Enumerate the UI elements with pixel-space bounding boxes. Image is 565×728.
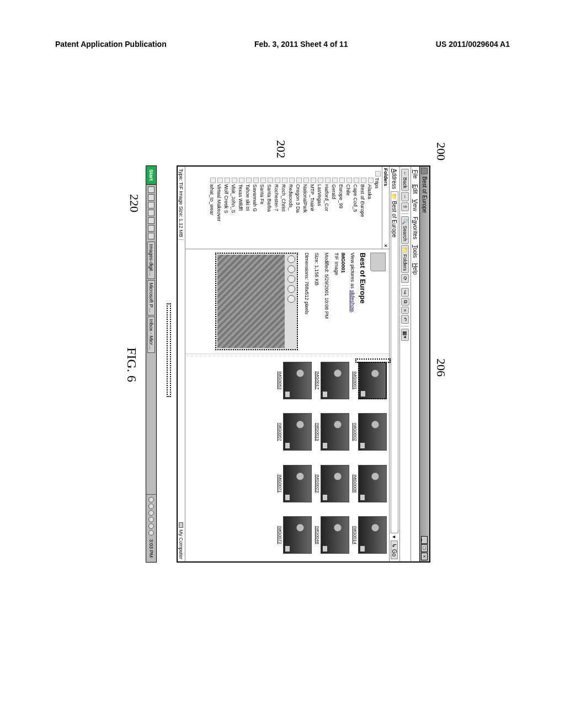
toolbar: ← Back → ⇧ 🔍 Search 📁 Folders ⟳ ↪ ⧉ × ↶ … (399, 167, 411, 561)
folder-tree[interactable]: TripsAlaskaBest of EuropeCape Cod_5Chile… (185, 167, 382, 249)
titlebar[interactable]: Best of Europe _ □ × (419, 167, 429, 561)
address-bar: Address ▾ ↳ Go (389, 167, 399, 561)
copy-button[interactable]: ⧉ (401, 298, 409, 306)
tree-item[interactable]: Visit_John_S (230, 170, 237, 248)
header-right: US 2011/0029604 A1 (436, 40, 510, 49)
max-button[interactable]: □ (422, 544, 428, 552)
ql-icon[interactable] (148, 202, 154, 208)
thumbnail[interactable]: IMG0017 (315, 356, 349, 405)
ql-icon[interactable] (148, 194, 154, 201)
thumbnail-grid[interactable]: IMG0001IMG0002IMG0008IMG0014IMG0017IMG00… (185, 354, 389, 561)
ql-icon[interactable] (148, 217, 154, 224)
start-label: Start (148, 169, 154, 181)
menu-help[interactable]: Help (412, 263, 418, 275)
tree-item[interactable]: Chile (345, 170, 352, 248)
tree-item[interactable]: Tahoe ski tri (244, 170, 252, 248)
tree-item[interactable]: Europe_99 (338, 170, 345, 248)
back-button[interactable]: ← Back (402, 169, 409, 191)
tree-item[interactable]: what_to_wear (209, 170, 216, 248)
tray-icon[interactable] (148, 497, 154, 502)
tray-icon[interactable] (148, 523, 154, 529)
menu-favorites[interactable]: Favorites (412, 217, 418, 239)
tree-item[interactable]: Wolf Creek S (223, 170, 230, 248)
menu-view[interactable]: View (412, 199, 418, 211)
quick-launch (148, 185, 154, 241)
thumb-label: IMG0053 (278, 356, 282, 405)
thumbnail[interactable]: IMG0053 (278, 356, 312, 405)
task-button[interactable]: Microsoft P… (147, 280, 155, 315)
close-button[interactable]: × (422, 553, 428, 560)
tree-item[interactable]: Redwoods_ (287, 170, 295, 248)
tree-item[interactable]: Santa Fe (259, 170, 266, 248)
dropdown-icon[interactable]: ▾ (392, 536, 398, 538)
tree-item[interactable]: Alaska (366, 170, 374, 248)
undo-button[interactable]: ↶ (402, 315, 409, 324)
folders-close[interactable]: × (383, 244, 388, 247)
min-button[interactable]: _ (422, 536, 428, 544)
rotate-icon[interactable] (287, 295, 295, 303)
thumbnail[interactable]: IMG0002 (353, 408, 387, 457)
thumb-label: IMG0017 (315, 356, 320, 405)
task-button[interactable]: Inbox - Micr… (147, 317, 155, 353)
tree-item[interactable]: Roch_Christ (280, 170, 287, 248)
tree-item[interactable]: Oregon 3 Da (295, 170, 302, 248)
start-button[interactable]: Start (146, 166, 156, 185)
go-button[interactable]: ↳ Go (391, 540, 398, 559)
thumbnail[interactable]: IMG0072 (278, 511, 312, 560)
menu-file[interactable]: FFileile (412, 170, 418, 179)
tree-item[interactable]: Virtual Makeover (216, 170, 223, 248)
history-button[interactable]: ⟳ (402, 274, 409, 283)
tree-item[interactable]: LasVegas (316, 170, 323, 248)
sel-name: IMG0001 (340, 253, 347, 350)
zoom-out-icon[interactable] (287, 265, 295, 273)
thumb-image (321, 465, 349, 502)
address-input[interactable] (391, 191, 398, 533)
fit-icon[interactable] (287, 275, 295, 283)
menu-tools[interactable]: Tools (412, 245, 418, 258)
tree-item[interactable]: NationalPark (302, 170, 309, 248)
ql-icon[interactable] (148, 233, 154, 239)
up-button[interactable]: ⇧ (402, 202, 409, 211)
thumbnail[interactable]: IMG0014 (353, 511, 387, 560)
ql-icon[interactable] (148, 210, 154, 216)
views-button[interactable]: ▦▾ (402, 329, 409, 341)
ql-icon[interactable] (148, 186, 154, 193)
tree-item[interactable]: MTP_Trainir (309, 170, 316, 248)
tree-item[interactable]: Texas Wildfl (237, 170, 244, 248)
tree-item[interactable]: Hatford_Cor (323, 170, 331, 248)
tree-item[interactable]: Rochester-7 (273, 170, 280, 248)
tree-item[interactable]: Gerald (331, 170, 338, 248)
sel-type: TIF Image (333, 253, 340, 350)
tray-icon[interactable] (148, 510, 154, 516)
thumbnail[interactable]: IMG0071 (278, 459, 312, 508)
thumbnail[interactable]: IMG0023 (315, 459, 349, 508)
folder-title: Best of Europe (359, 253, 367, 350)
folder-big-icon (370, 253, 386, 271)
ql-icon[interactable] (148, 225, 154, 232)
thumb-image (358, 465, 387, 502)
thumb-label: IMG0001 (353, 356, 358, 405)
tree-item[interactable]: Trips (374, 170, 381, 248)
tray-icon[interactable] (148, 530, 154, 536)
move-button[interactable]: ↪ (402, 288, 409, 297)
thumbnail[interactable]: IMG0001 (353, 356, 387, 405)
tree-item[interactable]: Santa Barba (266, 170, 273, 248)
delete-button[interactable]: × (402, 307, 409, 314)
thumbnail[interactable]: IMG0048 (315, 511, 349, 560)
tree-item[interactable]: Savannah G (252, 170, 259, 248)
menu-edit[interactable]: Edit (412, 184, 418, 194)
forward-button[interactable]: → (402, 192, 409, 201)
thumbnail[interactable]: IMG0057 (278, 408, 312, 457)
slideshow-link[interactable]: slideshow (350, 290, 355, 312)
zoom-in-icon[interactable] (287, 255, 295, 263)
thumbnail[interactable]: IMG0008 (353, 459, 387, 508)
tray-icon[interactable] (148, 517, 154, 522)
tray-icon[interactable] (148, 504, 154, 509)
tree-item[interactable]: Cape Cod_5 (352, 170, 359, 248)
folders-button[interactable]: 📁 Folders (402, 245, 409, 274)
thumbnail[interactable]: IMG0019 (315, 408, 349, 457)
tree-item[interactable]: Best of Europe (359, 170, 366, 248)
task-button[interactable]: Images-digit… (147, 242, 155, 279)
search-button[interactable]: 🔍 Search (402, 216, 409, 244)
print-icon[interactable] (287, 285, 295, 293)
